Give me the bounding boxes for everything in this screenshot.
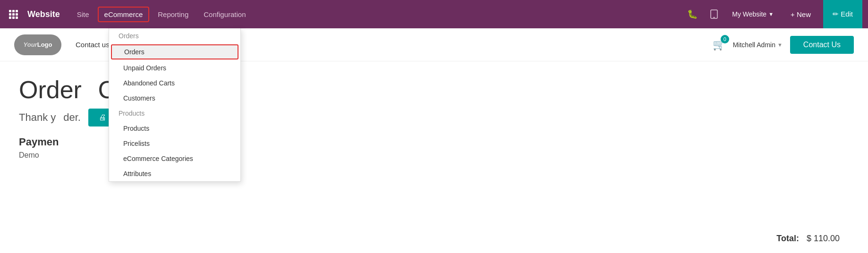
dropdown-ecommerce-categories-item[interactable]: eCommerce Categories (109, 151, 240, 166)
total-value: $ 110.00 (807, 234, 840, 244)
svg-rect-8 (16, 17, 18, 19)
admin-user-label: Mitchell Admin (733, 41, 775, 49)
dropdown-unpaid-orders-item[interactable]: Unpaid Orders (109, 60, 240, 76)
order-text-partial: der. (63, 111, 81, 124)
debug-icon[interactable]: 🐛 (684, 6, 701, 23)
nav-item-ecommerce[interactable]: eCommerce (98, 7, 150, 22)
dropdown-abandoned-carts-item[interactable]: Abandoned Carts (109, 76, 240, 91)
svg-rect-0 (9, 10, 11, 12)
cart-count: 0 (721, 35, 729, 43)
grid-icon[interactable] (6, 7, 21, 22)
svg-rect-4 (12, 13, 15, 16)
printer-icon: 🖨 (99, 113, 106, 122)
svg-rect-2 (16, 10, 18, 12)
nav-left: Website Site eCommerce Reporting Configu… (6, 7, 684, 22)
svg-rect-7 (12, 17, 15, 19)
chevron-down-icon: ▼ (777, 42, 783, 48)
dropdown-pricelists-item[interactable]: Pricelists (109, 136, 240, 151)
site-logo: YourLogo (14, 34, 61, 55)
nav-item-configuration[interactable]: Configuration (197, 7, 252, 22)
nav-brand[interactable]: Website (23, 7, 65, 22)
svg-rect-3 (9, 13, 11, 16)
nav-item-site[interactable]: Site (70, 7, 96, 22)
site-nav-right: 🛒 0 Mitchell Admin ▼ Contact Us (713, 36, 854, 54)
dropdown-products-section: Products (109, 106, 240, 121)
cart-icon[interactable]: 🛒 0 (713, 39, 725, 51)
nav-right: 🐛 My Website ▼ + New ✏ Edit (684, 0, 862, 28)
total-label: Total: (776, 234, 799, 244)
dropdown-customers-item[interactable]: Customers (109, 91, 240, 106)
svg-rect-6 (9, 17, 11, 19)
thank-you-text: Thank y (19, 111, 56, 124)
dropdown-orders-item[interactable]: Orders (111, 44, 238, 59)
edit-button[interactable]: ✏ Edit (823, 0, 862, 28)
nav-item-reporting[interactable]: Reporting (151, 7, 195, 22)
dropdown-orders-section: Orders (109, 28, 240, 43)
new-button[interactable]: + New (783, 7, 818, 22)
dropdown-attributes-item[interactable]: Attributes (109, 166, 240, 181)
total-row: Total: $ 110.00 (776, 234, 840, 244)
dropdown-products-item[interactable]: Products (109, 121, 240, 136)
chevron-down-icon: ▼ (768, 11, 774, 17)
contact-us-button[interactable]: Contact Us (790, 36, 854, 54)
my-website-label: My Website (732, 10, 766, 18)
ecommerce-dropdown: Orders Orders Unpaid Orders Abandoned Ca… (109, 28, 241, 182)
top-navbar: Website Site eCommerce Reporting Configu… (0, 0, 868, 28)
svg-rect-10 (713, 17, 715, 18)
mobile-preview-icon[interactable] (706, 6, 723, 23)
site-contact-us-link[interactable]: Contact us (76, 41, 110, 49)
my-website-dropdown[interactable]: My Website ▼ (727, 8, 778, 21)
svg-rect-1 (12, 10, 15, 12)
svg-rect-5 (16, 13, 18, 16)
admin-user-dropdown[interactable]: Mitchell Admin ▼ (733, 41, 783, 49)
